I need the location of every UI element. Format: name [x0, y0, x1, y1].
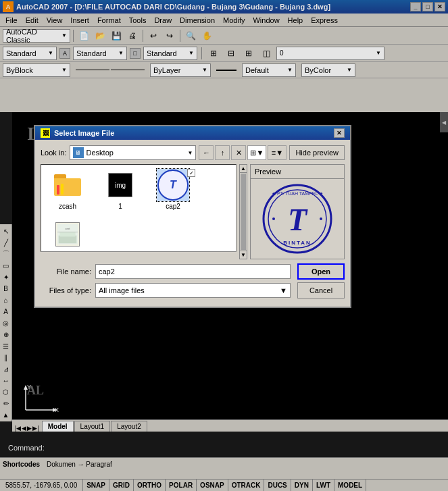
- svg-point-16: [272, 217, 275, 220]
- dialog-title-btns: ✕: [334, 128, 345, 138]
- cap2-icon-bg: T: [157, 169, 189, 201]
- desktop-icon: 🖥: [73, 147, 84, 158]
- file-name-input[interactable]: [95, 264, 291, 279]
- look-in-label: Look in:: [41, 149, 67, 157]
- folder-bar-1: [57, 185, 59, 195]
- file-item-1[interactable]: img 1: [97, 167, 144, 211]
- svg-text:BINTAN: BINTAN: [283, 240, 312, 246]
- scroll-thumb[interactable]: [241, 174, 246, 250]
- look-in-dropdown[interactable]: 🖥 Desktop ▼: [70, 145, 197, 160]
- file-area-wrapper: zcash img 1 ✓: [41, 164, 345, 259]
- dialog-icon: 🖼: [41, 128, 50, 138]
- preview-content: ★ PT. TUAH TAMPEL ★ T BINTAN: [251, 179, 344, 259]
- select-image-dialog: 🖼 Select Image File ✕ Look in: 🖥 Desktop…: [34, 125, 351, 308]
- svg-text:★ PT. TUAH TAMPEL ★: ★ PT. TUAH TAMPEL ★: [272, 191, 323, 196]
- file-item-gudang[interactable]: cert Gudang - Bujang 3-Model: [44, 217, 91, 252]
- folder-bar-2: [61, 184, 64, 195]
- up-btn[interactable]: ↑: [215, 145, 230, 160]
- gudang-icon: cert: [55, 222, 80, 247]
- svg-text:cert: cert: [66, 227, 71, 230]
- file-name-label: File name:: [41, 267, 91, 276]
- cap2-stamp-icon: T: [157, 170, 189, 201]
- dialog-buttons: Open: [297, 263, 345, 280]
- file-item-zcash[interactable]: zcash: [44, 167, 91, 211]
- files-type-dropdown[interactable]: All image files ▼: [95, 283, 291, 298]
- file-1-icon: img: [108, 173, 132, 197]
- views-btn[interactable]: ≡▼: [268, 145, 287, 160]
- dialog-close-btn[interactable]: ✕: [334, 128, 345, 138]
- file-1-icon-bg: img: [104, 169, 136, 201]
- file-item-cap2[interactable]: ✓ T cap2: [149, 167, 197, 211]
- preview-panel: Preview ★ PT. TUAH TAMPEL ★ T: [250, 164, 345, 259]
- toolbar-icons: ← ↑ ✕ ⊞▼ ≡▼: [199, 145, 287, 160]
- scroll-up-btn[interactable]: ▲: [240, 165, 247, 173]
- gudang-icon-bg: cert: [51, 218, 84, 251]
- file-name-row: File name: Open: [41, 263, 345, 280]
- cancel-button[interactable]: Cancel: [297, 282, 345, 299]
- hide-preview-button[interactable]: Hide preview: [289, 145, 345, 160]
- dialog-body: Look in: 🖥 Desktop ▼ ← ↑ ✕ ⊞▼ ≡▼ Hide pr…: [35, 140, 350, 307]
- files-type-row: Files of type: All image files ▼ Cancel: [41, 282, 345, 299]
- open-button[interactable]: Open: [297, 263, 345, 280]
- file-1-name: 1: [118, 203, 122, 210]
- svg-text:T: T: [288, 203, 308, 237]
- look-in-row: Look in: 🖥 Desktop ▼ ← ↑ ✕ ⊞▼ ≡▼ Hide pr…: [41, 145, 345, 160]
- zcash-name: zcash: [59, 203, 76, 210]
- preview-header: Preview: [251, 165, 344, 179]
- file-list-scrollbar[interactable]: ▲ ▼: [239, 164, 247, 259]
- new-folder-btn[interactable]: ⊞▼: [247, 145, 266, 160]
- svg-rect-7: [59, 236, 77, 244]
- cap2-checkbox: ✓: [187, 169, 195, 177]
- delete-btn[interactable]: ✕: [231, 145, 246, 160]
- stamp-preview-svg: ★ PT. TUAH TAMPEL ★ T BINTAN: [260, 182, 334, 256]
- dialog-title-text: Select Image File: [54, 129, 114, 137]
- cap2-stamp-letter: T: [170, 179, 176, 191]
- files-type-label: Files of type:: [41, 286, 91, 294]
- cap2-name: cap2: [166, 203, 180, 210]
- folder-icon: [54, 174, 81, 196]
- dialog-title-bar: 🖼 Select Image File ✕: [35, 126, 350, 140]
- file-list[interactable]: zcash img 1 ✓: [41, 164, 237, 252]
- svg-rect-8: [59, 232, 75, 237]
- folder-body: [54, 178, 81, 196]
- svg-point-17: [320, 217, 322, 220]
- zcash-icon-bg: [51, 169, 84, 201]
- files-type-arrow: ▼: [280, 286, 287, 294]
- scroll-down-btn[interactable]: ▼: [240, 251, 247, 259]
- dialog-overlay: 🖼 Select Image File ✕ Look in: 🖥 Desktop…: [0, 0, 448, 491]
- back-btn[interactable]: ←: [199, 145, 214, 160]
- look-in-arrow: ▼: [187, 150, 193, 156]
- cancel-btn-col: Cancel: [297, 282, 345, 299]
